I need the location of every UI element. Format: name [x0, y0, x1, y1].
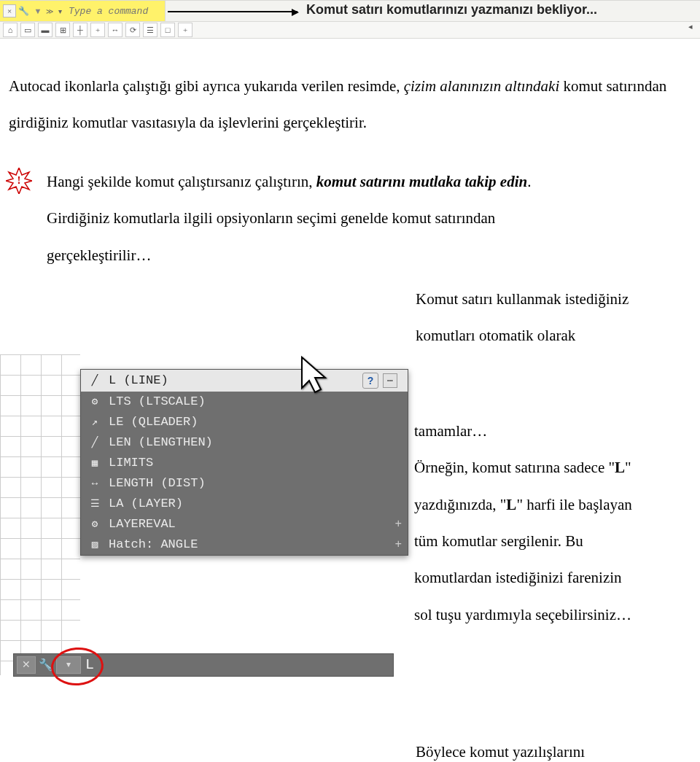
dropdown-icon: ▾ [55, 7, 64, 15]
command-item-icon: ↗ [87, 415, 103, 429]
toolbar-icon-9[interactable]: □ [160, 23, 175, 37]
command-item-label: LIMITS [109, 456, 153, 470]
command-bar-highlight: × 🔧 ▼ ≫ ▾ [0, 1, 166, 21]
command-input[interactable] [67, 5, 158, 18]
autocomplete-item[interactable]: ⚙LTS (LTSCALE) [81, 392, 408, 412]
command-item-icon: ↔ [87, 476, 103, 491]
scroll-right-icon[interactable]: ◂ [685, 21, 696, 31]
command-item-icon: ▦ [87, 456, 103, 470]
w1-c: . [527, 173, 531, 190]
toolbar-icon-10[interactable]: + [178, 23, 192, 37]
toolbar-icon-3[interactable]: ⊞ [55, 23, 70, 37]
r4c: " [625, 459, 631, 476]
autocomplete-item[interactable]: ☰LA (LAYER) [81, 494, 408, 514]
command-item-icon: ☰ [87, 497, 103, 511]
w1-a: Hangi şekilde komut çalıştırsanız çalışt… [47, 173, 316, 190]
autocomplete-item[interactable]: ╱L (LINE)?⋯ [81, 370, 408, 392]
autocomplete-popup: ╱L (LINE)?⋯⚙LTS (LTSCALE)↗LE (QLEADER)╱L… [80, 369, 408, 556]
right-line-5: yazdığınızda, "L" harfi ile başlayan [414, 486, 691, 523]
p1-text-b: çizim alanınızın altındaki [404, 77, 560, 95]
commandline-close-icon[interactable]: ✕ [17, 656, 36, 674]
right-line-7: komutlardan istediğinizi farenizin [414, 559, 691, 596]
command-item-label: LE (QLEADER) [109, 415, 198, 429]
command-bar-figure: × 🔧 ▼ ≫ ▾ Komut satırı komutlarınızı yaz… [0, 0, 700, 22]
warning-block: ! Hangi şekilde komut çalıştırsanız çalı… [9, 163, 677, 273]
command-item-label: L (LINE) [109, 373, 168, 387]
r5b: L [506, 496, 516, 513]
expand-plus-icon[interactable]: + [394, 518, 402, 531]
command-item-icon: ▨ [87, 537, 103, 552]
help-icon[interactable]: ? [362, 373, 378, 389]
toolbar-icon-2[interactable]: ▬ [38, 23, 52, 37]
mouse-cursor-icon [299, 356, 330, 400]
right-line-8: sol tuşu yardımıyla seçebilirsiniz… [414, 596, 691, 633]
toolbar-icon-0[interactable]: ⌂ [3, 23, 18, 37]
right-line-9: Böylece komut yazılışlarını [416, 734, 700, 762]
toolbar-icon-4[interactable]: ┼ [73, 23, 88, 37]
toolbar-icon-7[interactable]: ⟳ [125, 23, 140, 37]
right-line-6: tüm komutlar sergilenir. Bu [414, 523, 691, 559]
autocomplete-item[interactable]: ▦LIMITS [81, 453, 408, 473]
warning-line-3: gerçekleştirilir… [9, 237, 677, 273]
right-line-2: komutları otomatik olarak [416, 317, 700, 354]
command-item-label: Hatch: ANGLE [109, 537, 198, 551]
autocomplete-item[interactable]: ↔LENGTH (DIST) [81, 473, 408, 494]
command-item-label: LENGTH (DIST) [109, 476, 206, 490]
toolbar-icon-1[interactable]: ▭ [20, 23, 35, 37]
command-item-label: LA (LAYER) [109, 497, 183, 510]
drawing-grid [0, 354, 80, 675]
toolbar-icon-8[interactable]: ☰ [143, 23, 158, 37]
right-line-3: tamamlar… [414, 413, 691, 449]
autocomplete-item[interactable]: ⚙LAYEREVAL+ [81, 514, 408, 534]
chevron-down-icon[interactable]: ▼ [32, 5, 44, 17]
right-line-4: Örneğin, komut satırına sadece "L" [414, 449, 691, 486]
more-icon[interactable]: ⋯ [383, 373, 397, 388]
p1-text-a: Autocad ikonlarla çalıştığı gibi ayrıca … [9, 77, 404, 95]
command-item-label: LEN (LENGTHEN) [109, 435, 213, 449]
svg-marker-1 [302, 357, 325, 392]
r5c: " harfi ile başlayan [516, 496, 631, 513]
r4b: L [615, 459, 625, 476]
autocomplete-item[interactable]: ↗LE (QLEADER) [81, 412, 408, 432]
secondary-toolbar: ⌂▭▬⊞┼+↔⟳☰□+ [0, 22, 700, 39]
prompt-icon: ≫ [45, 7, 54, 15]
autocomplete-item[interactable]: ╱LEN (LENGTHEN) [81, 432, 408, 453]
autocomplete-figure: ╱L (LINE)?⋯⚙LTS (LTSCALE)↗LE (QLEADER)╱L… [0, 413, 414, 734]
w1-b: komut satırını mutlaka takip edin [316, 173, 527, 190]
command-item-icon: ╱ [87, 435, 103, 450]
close-icon[interactable]: × [3, 4, 16, 18]
paragraph-1: Autocad ikonlarla çalıştığı gibi ayrıca … [9, 68, 677, 141]
command-item-icon: ╱ [87, 373, 103, 388]
starburst-icon: ! [6, 168, 32, 194]
command-item-label: LTS (LTSCALE) [109, 394, 206, 408]
r4a: Örneğin, komut satırına sadece " [414, 459, 615, 476]
prompt-icon-group: ≫ ▾ [45, 7, 64, 15]
warning-line-2: Girdiğiniz komutlarla ilgili opsiyonları… [9, 200, 677, 236]
callout-arrow [168, 11, 298, 12]
callout-text: Komut satırı komutlarınızı yazmanızı bek… [306, 2, 597, 18]
toolbar-icon-6[interactable]: ↔ [108, 23, 122, 37]
command-item-icon: ⚙ [87, 394, 103, 409]
wrench-icon[interactable]: 🔧 [18, 5, 29, 17]
command-item-label: LAYEREVAL [109, 517, 176, 531]
warning-mark: ! [18, 174, 21, 187]
command-item-icon: ⚙ [87, 517, 103, 532]
toolbar-icon-5[interactable]: + [90, 23, 105, 37]
r5a: yazdığınızda, " [414, 496, 506, 513]
right-line-1: Komut satırı kullanmak istediğiniz [416, 281, 700, 317]
expand-plus-icon[interactable]: + [394, 538, 402, 551]
warning-line-1: Hangi şekilde komut çalıştırsanız çalışt… [9, 163, 677, 200]
autocomplete-item[interactable]: ▨Hatch: ANGLE+ [81, 534, 408, 555]
